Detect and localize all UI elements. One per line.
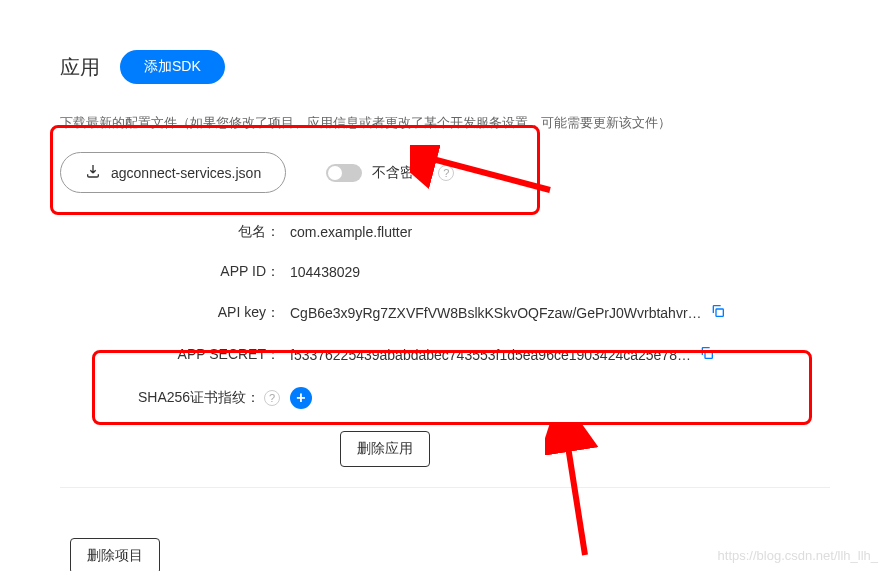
toggle-knob (328, 166, 342, 180)
package-label: 包名： (120, 223, 290, 241)
exclude-key-toggle[interactable] (326, 164, 362, 182)
sha256-label: SHA256证书指纹： ? (120, 389, 290, 407)
copy-apikey-icon[interactable] (710, 303, 726, 323)
download-config-button[interactable]: agconnect-services.json (60, 152, 286, 193)
add-sdk-button[interactable]: 添加SDK (120, 50, 225, 84)
download-hint: 下载最新的配置文件（如果您修改了项目、应用信息或者更改了某个开发服务设置，可能需… (60, 114, 830, 132)
delete-project-button[interactable]: 删除项目 (70, 538, 160, 571)
appsecret-label: APP SECRET： (120, 346, 290, 364)
copy-appsecret-icon[interactable] (699, 345, 715, 365)
svg-rect-1 (705, 351, 712, 358)
help-icon[interactable]: ? (264, 390, 280, 406)
section-title: 应用 (60, 54, 100, 81)
package-value: com.example.flutter (290, 224, 412, 240)
divider (60, 487, 830, 488)
toggle-label: 不含密钥 (372, 164, 428, 182)
apikey-value: CgB6e3x9yRg7ZXVFfVW8BslkKSkvOQFzaw/GePrJ… (290, 305, 702, 321)
add-sha256-button[interactable]: + (290, 387, 312, 409)
appid-label: APP ID： (120, 263, 290, 281)
apikey-label: API key： (120, 304, 290, 322)
download-icon (85, 163, 101, 182)
appsecret-value: f53376225439ababdabec743553f1d5ea96ce190… (290, 347, 691, 363)
svg-rect-0 (716, 309, 723, 316)
watermark: https://blog.csdn.net/llh_llh_ (718, 548, 878, 563)
delete-app-button[interactable]: 删除应用 (340, 431, 430, 467)
appid-value: 104438029 (290, 264, 360, 280)
help-icon[interactable]: ? (438, 165, 454, 181)
download-filename: agconnect-services.json (111, 165, 261, 181)
